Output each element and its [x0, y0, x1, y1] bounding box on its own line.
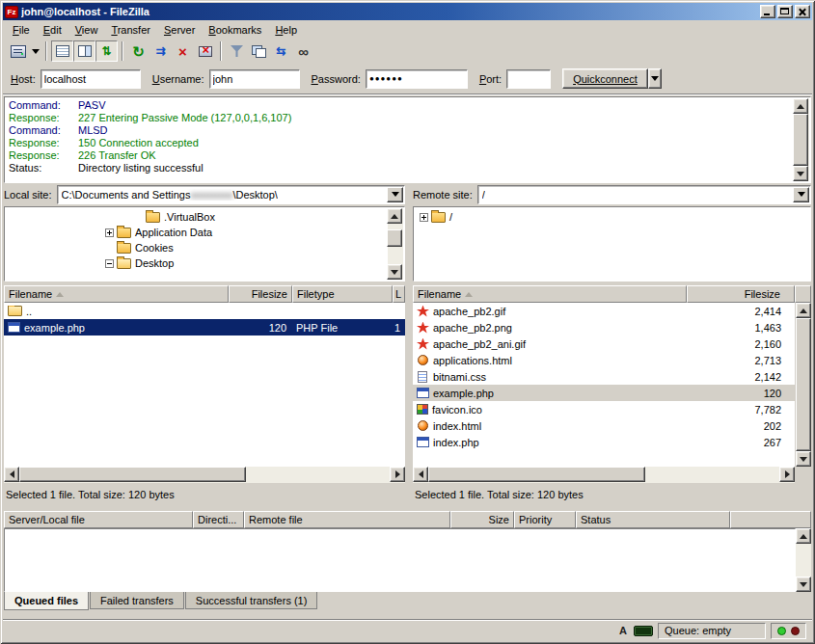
remote-site-combobox[interactable]: / [477, 185, 811, 204]
scrollbar-thumb[interactable] [19, 467, 246, 482]
file-row[interactable]: favicon.ico7,782 [413, 401, 795, 417]
arrow-down-icon [391, 270, 398, 279]
local-site-dropdown-button[interactable] [387, 187, 403, 202]
disconnect-button[interactable] [194, 40, 216, 62]
column-header-size[interactable]: Size [450, 511, 514, 528]
log-line: Command:PASV [9, 99, 791, 112]
process-queue-button[interactable]: ⇉ [149, 40, 172, 62]
remote-list-body: apache_pb2.gif2,414 apache_pb2.png1,463 … [413, 303, 795, 467]
tree-item[interactable]: Cookies [5, 240, 404, 255]
remote-horizontal-scrollbar[interactable] [413, 467, 795, 483]
filter-button[interactable] [226, 40, 248, 62]
scrollbar-thumb[interactable] [793, 114, 808, 166]
site-manager-button[interactable] [7, 40, 29, 62]
toggle-message-log-button[interactable] [51, 40, 73, 62]
file-row[interactable]: index.html202 [413, 417, 795, 434]
port-input[interactable] [506, 69, 551, 89]
column-header-remote-file[interactable]: Remote file [244, 511, 450, 528]
menu-file[interactable]: File [6, 22, 37, 38]
file-row[interactable]: bitnami.css2,142 [413, 368, 795, 385]
directory-comparison-button[interactable] [248, 40, 270, 62]
data-type-indicator-icon [617, 625, 629, 636]
log-vertical-scrollbar[interactable] [794, 98, 809, 181]
menu-server[interactable]: Server [157, 22, 202, 38]
close-button[interactable] [795, 5, 810, 18]
column-header-priority[interactable]: Priority [514, 511, 576, 528]
scroll-down-button[interactable] [793, 166, 808, 181]
find-files-button[interactable]: ∞ [292, 40, 314, 62]
scrollbar-thumb[interactable] [428, 467, 645, 482]
scroll-left-button[interactable] [4, 467, 19, 482]
tree-item[interactable]: / [414, 209, 810, 225]
file-row-selected[interactable]: example.php120 [413, 385, 795, 401]
synchronized-browsing-button[interactable]: ⇆ [270, 40, 292, 62]
scroll-right-button[interactable] [779, 467, 795, 482]
scrollbar-thumb[interactable] [387, 229, 402, 247]
scroll-down-button[interactable] [387, 264, 402, 280]
toolbar: ⇅ ↻ ⇉ × ⇆ ∞ [3, 39, 812, 64]
scrollbar-thumb[interactable] [796, 318, 811, 451]
tree-item[interactable]: Application Data [5, 225, 404, 240]
menu-edit[interactable]: Edit [37, 22, 68, 38]
refresh-button[interactable]: ↻ [127, 40, 149, 62]
file-row[interactable]: apache_pb2_ani.gif2,160 [413, 335, 795, 352]
column-header-filesize[interactable]: Filesize [229, 285, 292, 303]
tab-successful-transfers[interactable]: Successful transfers (1) [185, 592, 318, 609]
menu-transfer[interactable]: Transfer [104, 22, 157, 38]
cancel-button[interactable]: × [172, 40, 194, 62]
file-row-up-directory[interactable]: .. [4, 303, 405, 319]
remote-directory-tree: / [413, 206, 811, 282]
file-row[interactable]: applications.html2,713 [413, 352, 795, 368]
tree-item[interactable]: Desktop [5, 255, 404, 271]
tab-failed-transfers[interactable]: Failed transfers [90, 592, 184, 609]
minimize-button[interactable] [760, 5, 775, 18]
arrow-down-icon [800, 457, 807, 466]
file-row[interactable]: index.php267 [413, 434, 795, 450]
find-files-icon: ∞ [298, 44, 309, 59]
local-tree-vertical-scrollbar[interactable] [388, 208, 403, 280]
toggle-tree-views-button[interactable] [73, 40, 95, 62]
quickconnect-dropdown-button[interactable] [648, 68, 662, 89]
tree-views-icon [78, 45, 92, 57]
file-row-selected[interactable]: example.php 120 PHP File 1 [4, 319, 405, 335]
local-horizontal-scrollbar[interactable] [4, 467, 405, 483]
scroll-right-button[interactable] [390, 467, 405, 482]
expand-icon[interactable] [105, 228, 114, 237]
file-row[interactable]: apache_pb2.gif2,414 [413, 303, 795, 319]
username-input[interactable] [209, 69, 300, 89]
column-header-direction[interactable]: Directi... [193, 511, 244, 528]
column-header-last-modified[interactable]: L [393, 285, 405, 303]
toggle-queue-button[interactable]: ⇅ [95, 40, 118, 62]
scroll-up-button[interactable] [387, 208, 402, 224]
site-manager-dropdown-button[interactable] [29, 40, 41, 62]
apache-file-icon [417, 306, 429, 317]
tab-queued-files[interactable]: Queued files [4, 592, 89, 610]
remote-vertical-scrollbar[interactable] [796, 303, 811, 467]
remote-site-dropdown-button[interactable] [793, 187, 809, 202]
menu-bookmarks[interactable]: Bookmarks [202, 22, 268, 38]
scroll-up-button[interactable] [796, 528, 811, 544]
scroll-down-button[interactable] [796, 577, 811, 592]
maximize-button[interactable] [777, 5, 793, 18]
column-header-filetype[interactable]: Filetype [292, 285, 393, 303]
local-site-combobox[interactable]: C:\Documents and Settingsxxxxxxxx\Deskto… [57, 185, 405, 204]
column-header-server-local-file[interactable]: Server/Local file [4, 511, 193, 528]
scroll-left-button[interactable] [413, 467, 428, 482]
queue-vertical-scrollbar[interactable] [796, 528, 811, 592]
column-header-status[interactable]: Status [576, 511, 730, 528]
file-row[interactable]: apache_pb2.png1,463 [413, 319, 795, 335]
menu-view[interactable]: View [68, 22, 105, 38]
menu-help[interactable]: Help [268, 22, 304, 38]
column-header-filename[interactable]: Filename [413, 285, 687, 303]
tree-item[interactable]: .VirtualBox [5, 209, 404, 225]
scroll-down-button[interactable] [796, 451, 811, 467]
password-input[interactable] [366, 69, 468, 89]
column-header-filesize[interactable]: Filesize [687, 285, 795, 303]
scroll-up-button[interactable] [796, 303, 811, 318]
host-input[interactable] [41, 69, 141, 89]
column-header-filename[interactable]: Filename [4, 285, 229, 303]
collapse-icon[interactable] [105, 259, 114, 268]
scroll-up-button[interactable] [793, 98, 808, 114]
expand-icon[interactable] [420, 213, 428, 222]
quickconnect-button[interactable]: Quickconnect [562, 68, 648, 89]
